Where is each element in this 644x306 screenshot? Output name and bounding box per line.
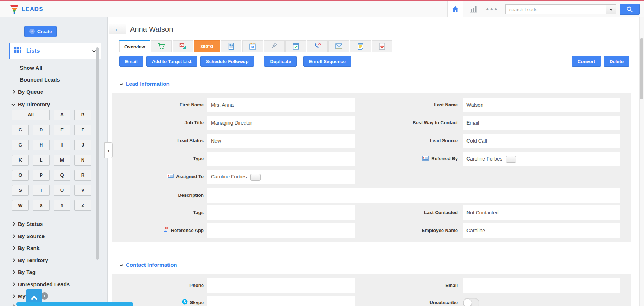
letter-filter-s[interactable]: S [12, 185, 29, 196]
letter-filter-f[interactable]: F [74, 125, 91, 135]
tab-attachments[interactable] [372, 40, 392, 52]
letter-filter-t[interactable]: T [33, 185, 50, 196]
more-options-button[interactable]: ··· [250, 174, 261, 181]
letter-filter-d[interactable]: D [33, 125, 50, 135]
sidebar-collapse-handle[interactable]: ‹ [104, 142, 113, 158]
tab-phone[interactable] [307, 40, 328, 52]
phone-icon [313, 42, 321, 50]
unsubscribe-toggle[interactable] [463, 298, 479, 306]
tab-calendar[interactable]: 31 [242, 40, 263, 52]
back-button[interactable]: ← [109, 24, 126, 34]
action-add-to-target-list[interactable]: Add to Target List [146, 56, 197, 67]
sidebar-item-by-source[interactable]: By Source [12, 232, 95, 240]
action-delete[interactable]: Delete [604, 56, 629, 67]
letter-filter-w[interactable]: W [12, 200, 29, 211]
tab-invoice[interactable] [221, 40, 242, 52]
field-input-phone[interactable] [207, 278, 355, 293]
tab-notes[interactable] [350, 40, 371, 52]
field-input-last-contacted[interactable]: Not Contacted [463, 205, 620, 220]
letter-filter-l[interactable]: L [33, 155, 50, 166]
field-input-tags[interactable] [207, 205, 355, 220]
letter-filter-k[interactable]: K [12, 155, 29, 166]
section-title: Lead Information [126, 81, 170, 87]
create-button[interactable]: + Create [24, 26, 57, 37]
letter-filter-p[interactable]: P [33, 170, 50, 181]
sidebar-item-unresponded-leads[interactable]: Unresponded Leads [12, 280, 95, 288]
field-input-lead-source[interactable]: Cold Call [463, 134, 620, 148]
field-input-email[interactable] [463, 278, 620, 293]
svg-text:S: S [183, 300, 186, 304]
letter-filter-r[interactable]: R [74, 170, 91, 181]
section-header-contact-information[interactable]: Contact Information [120, 261, 177, 269]
page-scrollbar-thumb[interactable] [640, 38, 643, 99]
letter-filter-o[interactable]: O [12, 170, 29, 181]
letter-filter-g[interactable]: G [12, 140, 29, 150]
action-convert[interactable]: Convert [572, 56, 601, 67]
field-input-lead-status[interactable]: New [207, 134, 355, 148]
sidebar-item-bounced-leads[interactable]: Bounced Leads [12, 75, 95, 83]
chevron-right-icon [12, 246, 15, 250]
tab-overview-label: Overview [124, 44, 145, 50]
letter-filter-b[interactable]: B [74, 110, 91, 120]
action-duplicate[interactable]: Duplicate [264, 56, 297, 67]
tab-pin[interactable] [264, 40, 285, 52]
letter-filter-i[interactable]: I [54, 140, 70, 150]
field-input-assigned-to[interactable]: Caroline Forbes··· [207, 170, 355, 184]
letter-filter-x[interactable]: X [33, 200, 50, 211]
letter-filter-h[interactable]: H [33, 140, 50, 150]
letter-filter-c[interactable]: C [12, 125, 29, 135]
field-label-text: Last Name [434, 102, 458, 107]
section-header-lead-information[interactable]: Lead Information [120, 80, 170, 88]
letter-filter-j[interactable]: J [74, 140, 91, 150]
horizontal-scrollbar[interactable] [16, 302, 133, 306]
letter-filter-a[interactable]: A [54, 110, 70, 120]
tab-overview[interactable]: Overview [119, 40, 150, 52]
ellipsis-icon[interactable]: ●●● [486, 6, 498, 12]
sidebar-item-by-queue[interactable]: By Queue [12, 88, 95, 96]
action-schedule-followup[interactable]: Schedule Followup [200, 56, 254, 67]
field-input-employee-name[interactable]: Caroline [463, 223, 620, 238]
action-email[interactable]: Email [119, 56, 143, 67]
letter-filter-u[interactable]: U [54, 185, 70, 196]
sidebar-item-by-directory[interactable]: By Directory [12, 100, 95, 108]
tab-cart[interactable] [151, 40, 172, 52]
field-input-job-title[interactable]: Managing Director [207, 116, 355, 130]
field-input-last-name[interactable]: Watson [463, 98, 620, 112]
sidebar-item-by-tag[interactable]: By Tag [12, 268, 95, 276]
field-input-reference-app[interactable] [207, 223, 355, 238]
search-scope-dropdown[interactable] [606, 4, 616, 14]
letter-filter-z[interactable]: Z [74, 200, 91, 211]
tab-mail[interactable] [328, 40, 349, 52]
field-input-description[interactable] [207, 188, 620, 203]
tab-tasks[interactable] [285, 40, 306, 52]
more-options-button[interactable]: ··· [506, 156, 516, 163]
field-input-type[interactable] [207, 152, 355, 166]
letter-filter-n[interactable]: N [74, 155, 91, 166]
sidebar-item-by-status[interactable]: By Status [12, 220, 95, 228]
field-label-employee-name: Employee Name [361, 223, 458, 238]
home-button[interactable] [447, 1, 463, 17]
sidebar-item-by-territory[interactable]: By Territory [12, 256, 95, 264]
search-button[interactable] [620, 4, 640, 15]
tab-email-stats[interactable] [172, 40, 193, 52]
letter-filter-v[interactable]: V [74, 185, 91, 196]
letter-filter-e[interactable]: E [54, 125, 70, 135]
sidebar-item-my[interactable]: My+ [12, 292, 95, 300]
reports-button[interactable] [469, 5, 477, 14]
field-input-best-way-to-contact[interactable]: Email [463, 116, 620, 130]
tab-360-degrees[interactable]: 360°G [194, 40, 220, 52]
field-input-first-name[interactable]: Mrs. Anna [207, 98, 355, 112]
sidebar-item-by-rank[interactable]: By Rank [12, 244, 95, 252]
action-enroll-sequence[interactable]: Enroll Sequence [303, 56, 351, 67]
letter-filter-all[interactable]: All [12, 110, 50, 120]
letter-filter-y[interactable]: Y [54, 200, 70, 211]
field-input-skype[interactable] [207, 296, 355, 306]
letter-filter-q[interactable]: Q [54, 170, 70, 181]
sidebar-scrollbar[interactable] [96, 47, 99, 260]
letter-filter-m[interactable]: M [54, 155, 70, 166]
field-input-referred-by[interactable]: Caroline Forbes··· [463, 152, 620, 166]
sidebar-item-lists[interactable]: Lists [9, 43, 101, 59]
field-label-last-contacted: Last Contacted [361, 205, 458, 220]
search-input[interactable] [505, 4, 606, 14]
sidebar-item-show-all[interactable]: Show All [12, 64, 95, 71]
